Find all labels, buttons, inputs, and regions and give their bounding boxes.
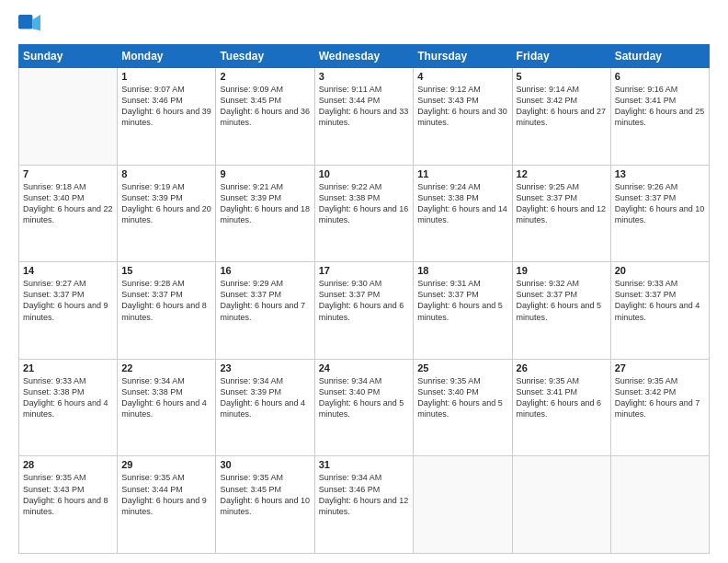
calendar-cell: 19 Sunrise: 9:32 AM Sunset: 3:37 PM Dayl… bbox=[512, 262, 610, 360]
sunset-label: Sunset: 3:43 PM bbox=[417, 96, 479, 105]
calendar-cell: 30 Sunrise: 9:35 AM Sunset: 3:45 PM Dayl… bbox=[216, 456, 314, 554]
sunset-label: Sunset: 3:41 PM bbox=[517, 387, 578, 396]
daylight-label: Daylight: 6 hours and 36 minutes. bbox=[220, 107, 310, 127]
daylight-label: Daylight: 6 hours and 25 minutes. bbox=[615, 107, 705, 127]
calendar-cell: 8 Sunrise: 9:19 AM Sunset: 3:39 PM Dayli… bbox=[118, 165, 216, 262]
sunrise-label: Sunrise: 9:25 AM bbox=[517, 182, 580, 191]
daylight-label: Daylight: 6 hours and 20 minutes. bbox=[121, 204, 211, 224]
sunrise-label: Sunrise: 9:21 AM bbox=[220, 182, 283, 191]
sunset-label: Sunset: 3:38 PM bbox=[319, 193, 381, 202]
sunset-label: Sunset: 3:37 PM bbox=[615, 290, 677, 299]
daylight-label: Daylight: 6 hours and 6 minutes. bbox=[517, 398, 602, 419]
day-number: 21 bbox=[23, 362, 113, 373]
sunset-label: Sunset: 3:43 PM bbox=[23, 485, 85, 494]
sunrise-label: Sunrise: 9:34 AM bbox=[220, 376, 283, 385]
sunrise-label: Sunrise: 9:35 AM bbox=[121, 473, 185, 482]
calendar-cell: 21 Sunrise: 9:33 AM Sunset: 3:38 PM Dayl… bbox=[19, 359, 118, 456]
day-number: 24 bbox=[319, 362, 410, 373]
daylight-label: Daylight: 6 hours and 27 minutes. bbox=[517, 107, 607, 127]
daylight-label: Daylight: 6 hours and 6 minutes. bbox=[319, 301, 404, 321]
calendar-cell: 10 Sunrise: 9:22 AM Sunset: 3:38 PM Dayl… bbox=[314, 165, 414, 262]
calendar-cell: 7 Sunrise: 9:18 AM Sunset: 3:40 PM Dayli… bbox=[19, 165, 118, 262]
calendar-week-row: 7 Sunrise: 9:18 AM Sunset: 3:40 PM Dayli… bbox=[19, 165, 710, 262]
sunrise-label: Sunrise: 9:28 AM bbox=[121, 279, 185, 288]
sunset-label: Sunset: 3:38 PM bbox=[417, 193, 479, 202]
daylight-label: Daylight: 6 hours and 14 minutes. bbox=[417, 204, 507, 224]
calendar-container: SundayMondayTuesdayWednesdayThursdayFrid… bbox=[0, 0, 728, 563]
day-info: Sunrise: 9:34 AM Sunset: 3:38 PM Dayligh… bbox=[121, 375, 211, 420]
sunrise-label: Sunrise: 9:34 AM bbox=[319, 473, 382, 482]
calendar-cell: 22 Sunrise: 9:34 AM Sunset: 3:38 PM Dayl… bbox=[118, 359, 216, 456]
sunrise-label: Sunrise: 9:30 AM bbox=[319, 279, 382, 288]
day-number: 1 bbox=[121, 71, 211, 82]
sunrise-label: Sunrise: 9:24 AM bbox=[417, 182, 481, 191]
day-info: Sunrise: 9:11 AM Sunset: 3:44 PM Dayligh… bbox=[319, 84, 410, 129]
sunrise-label: Sunrise: 9:27 AM bbox=[23, 279, 86, 288]
daylight-label: Daylight: 6 hours and 16 minutes. bbox=[319, 204, 409, 224]
sunset-label: Sunset: 3:39 PM bbox=[220, 387, 281, 396]
day-info: Sunrise: 9:35 AM Sunset: 3:45 PM Dayligh… bbox=[220, 472, 310, 517]
sunrise-label: Sunrise: 9:12 AM bbox=[417, 85, 481, 94]
sunrise-label: Sunrise: 9:31 AM bbox=[417, 279, 481, 288]
calendar-cell: 25 Sunrise: 9:35 AM Sunset: 3:40 PM Dayl… bbox=[414, 359, 512, 456]
day-info: Sunrise: 9:35 AM Sunset: 3:40 PM Dayligh… bbox=[417, 375, 507, 420]
sunset-label: Sunset: 3:42 PM bbox=[615, 387, 677, 396]
day-info: Sunrise: 9:24 AM Sunset: 3:38 PM Dayligh… bbox=[417, 181, 507, 226]
weekday-header: Friday bbox=[512, 45, 610, 68]
calendar-cell: 4 Sunrise: 9:12 AM Sunset: 3:43 PM Dayli… bbox=[414, 68, 512, 166]
header bbox=[18, 15, 710, 37]
sunset-label: Sunset: 3:37 PM bbox=[417, 290, 479, 299]
calendar-week-row: 1 Sunrise: 9:07 AM Sunset: 3:46 PM Dayli… bbox=[19, 68, 710, 166]
daylight-label: Daylight: 6 hours and 4 minutes. bbox=[121, 398, 207, 419]
day-number: 25 bbox=[417, 362, 507, 373]
daylight-label: Daylight: 6 hours and 10 minutes. bbox=[615, 204, 705, 224]
day-number: 27 bbox=[615, 362, 705, 373]
daylight-label: Daylight: 6 hours and 5 minutes. bbox=[417, 398, 503, 419]
day-info: Sunrise: 9:14 AM Sunset: 3:42 PM Dayligh… bbox=[517, 84, 607, 129]
daylight-label: Daylight: 6 hours and 5 minutes. bbox=[517, 301, 602, 321]
day-number: 2 bbox=[220, 71, 310, 82]
sunset-label: Sunset: 3:46 PM bbox=[121, 96, 183, 105]
day-number: 30 bbox=[220, 459, 310, 470]
day-number: 29 bbox=[121, 459, 211, 470]
sunset-label: Sunset: 3:37 PM bbox=[220, 290, 281, 299]
sunset-label: Sunset: 3:37 PM bbox=[319, 290, 381, 299]
calendar-cell: 2 Sunrise: 9:09 AM Sunset: 3:45 PM Dayli… bbox=[216, 68, 314, 166]
calendar-table: SundayMondayTuesdayWednesdayThursdayFrid… bbox=[18, 44, 710, 554]
sunrise-label: Sunrise: 9:35 AM bbox=[517, 376, 580, 385]
svg-marker-1 bbox=[32, 15, 40, 30]
calendar-cell: 11 Sunrise: 9:24 AM Sunset: 3:38 PM Dayl… bbox=[414, 165, 512, 262]
calendar-week-row: 21 Sunrise: 9:33 AM Sunset: 3:38 PM Dayl… bbox=[19, 359, 710, 456]
day-number: 11 bbox=[417, 168, 507, 179]
day-number: 16 bbox=[220, 265, 310, 276]
day-number: 17 bbox=[319, 265, 410, 276]
day-number: 13 bbox=[615, 168, 705, 179]
daylight-label: Daylight: 6 hours and 8 minutes. bbox=[121, 301, 207, 321]
daylight-label: Daylight: 6 hours and 18 minutes. bbox=[220, 204, 310, 224]
sunrise-label: Sunrise: 9:29 AM bbox=[220, 279, 283, 288]
sunrise-label: Sunrise: 9:33 AM bbox=[615, 279, 678, 288]
sunset-label: Sunset: 3:39 PM bbox=[121, 193, 183, 202]
sunset-label: Sunset: 3:38 PM bbox=[23, 387, 85, 396]
day-info: Sunrise: 9:07 AM Sunset: 3:46 PM Dayligh… bbox=[121, 84, 211, 129]
calendar-cell bbox=[19, 68, 118, 166]
calendar-cell: 24 Sunrise: 9:34 AM Sunset: 3:40 PM Dayl… bbox=[314, 359, 414, 456]
sunrise-label: Sunrise: 9:19 AM bbox=[121, 182, 185, 191]
day-info: Sunrise: 9:34 AM Sunset: 3:40 PM Dayligh… bbox=[319, 375, 410, 420]
sunrise-label: Sunrise: 9:32 AM bbox=[517, 279, 580, 288]
day-number: 22 bbox=[121, 362, 211, 373]
daylight-label: Daylight: 6 hours and 9 minutes. bbox=[121, 496, 207, 516]
day-number: 7 bbox=[23, 168, 113, 179]
daylight-label: Daylight: 6 hours and 5 minutes. bbox=[319, 398, 404, 419]
sunrise-label: Sunrise: 9:33 AM bbox=[23, 376, 86, 385]
daylight-label: Daylight: 6 hours and 22 minutes. bbox=[23, 204, 113, 224]
sunrise-label: Sunrise: 9:35 AM bbox=[615, 376, 678, 385]
day-info: Sunrise: 9:31 AM Sunset: 3:37 PM Dayligh… bbox=[417, 278, 507, 323]
day-info: Sunrise: 9:12 AM Sunset: 3:43 PM Dayligh… bbox=[417, 84, 507, 129]
daylight-label: Daylight: 6 hours and 8 minutes. bbox=[23, 496, 108, 516]
calendar-cell: 14 Sunrise: 9:27 AM Sunset: 3:37 PM Dayl… bbox=[19, 262, 118, 360]
sunset-label: Sunset: 3:40 PM bbox=[319, 387, 381, 396]
daylight-label: Daylight: 6 hours and 4 minutes. bbox=[615, 301, 700, 321]
sunrise-label: Sunrise: 9:18 AM bbox=[23, 182, 86, 191]
day-info: Sunrise: 9:16 AM Sunset: 3:41 PM Dayligh… bbox=[615, 84, 705, 129]
